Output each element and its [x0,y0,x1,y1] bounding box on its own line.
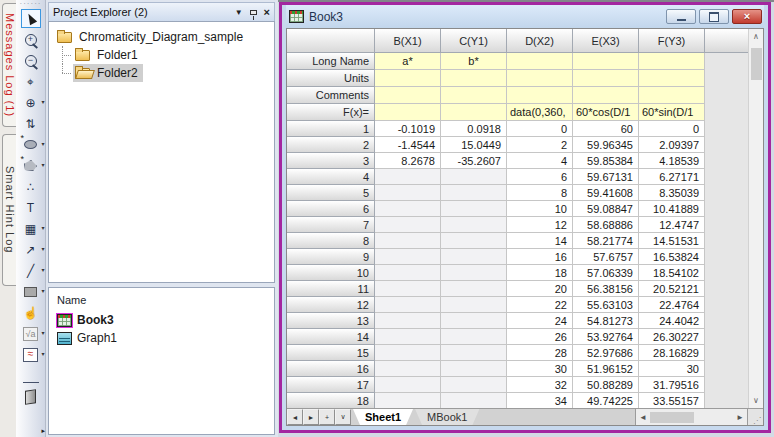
zoom-out-tool[interactable] [17,50,45,71]
data-cell[interactable] [441,217,507,233]
data-cell[interactable]: 18.54102 [639,265,705,281]
data-cell[interactable] [375,297,441,313]
data-cell[interactable]: 28 [507,345,573,361]
data-cell[interactable]: 2 [507,137,573,153]
row-number[interactable]: 1 [287,121,375,137]
data-cell[interactable] [375,169,441,185]
data-cell[interactable] [441,169,507,185]
book3-titlebar[interactable]: Book3 × [286,5,764,28]
data-cell[interactable]: 0 [639,121,705,137]
data-cell[interactable]: 26.30227 [639,329,705,345]
data-cell[interactable] [375,249,441,265]
header-cell[interactable] [375,104,441,121]
data-cell[interactable] [375,281,441,297]
row-label[interactable]: F(x)= [287,104,375,121]
dropdown-arrow-icon[interactable]: ▾ [41,224,44,231]
scroll-up-icon[interactable]: ∧ [749,29,764,44]
data-cell[interactable]: -1.4544 [375,137,441,153]
sheet-tab-mbook1[interactable]: MBook1 [415,409,479,425]
data-cell[interactable]: 60 [573,121,639,137]
data-cell[interactable] [375,313,441,329]
header-cell[interactable] [639,87,705,104]
header-cell[interactable] [573,53,639,70]
tree-item-folder2[interactable]: Folder2 [55,64,272,82]
dropdown-arrow-icon[interactable]: ▾ [41,161,44,168]
row-label[interactable]: Long Name [287,53,375,70]
data-cell[interactable]: 28.16829 [639,345,705,361]
restore-button[interactable] [699,9,729,24]
pointer-tool[interactable] [17,8,45,29]
data-cell[interactable]: 4 [507,153,573,169]
header-cell[interactable] [441,104,507,121]
row-number[interactable]: 3 [287,153,375,169]
data-cell[interactable]: 4.18539 [639,153,705,169]
arrow-tool[interactable]: ↗▾ [17,239,45,260]
data-cell[interactable]: 58.21774 [573,233,639,249]
data-cell[interactable]: 58.68886 [573,217,639,233]
row-number[interactable]: 8 [287,233,375,249]
data-cell[interactable]: 59.08847 [573,201,639,217]
row-number[interactable]: 13 [287,313,375,329]
header-cell[interactable] [507,87,573,104]
data-cell[interactable]: 16 [507,249,573,265]
name-column-header[interactable]: Name [57,294,272,306]
sheet-tab-sheet1[interactable]: Sheet1 [353,409,413,425]
data-cell[interactable]: 49.74225 [573,393,639,408]
mask-region-tool[interactable]: ▾ [17,155,45,176]
data-cell[interactable]: 8 [507,185,573,201]
data-cell[interactable] [375,329,441,345]
row-number[interactable]: 15 [287,345,375,361]
dropdown-arrow-icon[interactable]: ▾ [41,140,44,147]
data-cell[interactable] [375,345,441,361]
data-cell[interactable]: 57.06339 [573,265,639,281]
tab-smart-hint-log[interactable]: Smart Hint Log [2,134,16,286]
minimize-button[interactable] [666,9,696,24]
draw-data-tool[interactable]: ∴ [17,176,45,197]
data-cell[interactable]: 16.53824 [639,249,705,265]
rectangle-tool[interactable]: ▾ [17,281,45,302]
header-cell[interactable]: 60*sin(D/1 [639,104,705,121]
header-cell[interactable] [639,53,705,70]
data-cell[interactable]: 59.85384 [573,153,639,169]
header-cell[interactable] [573,70,639,87]
data-cell[interactable]: 8.35039 [639,185,705,201]
data-cell[interactable]: 54.81273 [573,313,639,329]
data-cell[interactable]: 2.09397 [639,137,705,153]
mask-ellipse-tool[interactable]: ▾ [17,134,45,155]
data-cell[interactable]: 51.96152 [573,361,639,377]
dropdown-arrow-icon[interactable]: ▾ [41,245,44,252]
dropdown-arrow-icon[interactable]: ▾ [41,350,44,357]
data-cell[interactable]: 18 [507,265,573,281]
data-cell[interactable] [441,393,507,408]
toolbar-overflow-icon[interactable]: ▸ [41,427,45,435]
pan-tool[interactable]: ☝ [17,302,45,323]
header-cell[interactable] [507,53,573,70]
exit-tool[interactable] [17,386,45,407]
data-cell[interactable] [375,233,441,249]
data-cell[interactable]: 8.2678 [375,153,441,169]
horizontal-scrollbar[interactable]: ◄ ► [635,409,747,425]
row-number[interactable]: 10 [287,265,375,281]
data-cell[interactable]: 30 [639,361,705,377]
panel-menu-dropdown-icon[interactable]: ▼ [235,8,243,17]
tab-scroll-right-button[interactable]: ► [303,409,319,425]
dropdown-arrow-icon[interactable]: ▾ [41,266,44,273]
dropdown-arrow-icon[interactable]: ▾ [41,287,44,294]
annotation-tool[interactable]: ▦▾ [17,218,45,239]
column-header-b-x1-[interactable]: B(X1) [375,29,441,53]
data-cell[interactable]: 52.97686 [573,345,639,361]
header-cell[interactable] [441,87,507,104]
data-cell[interactable] [441,329,507,345]
tree-item-chromaticity-diagram-sample[interactable]: Chromaticity_Diagram_sample [55,28,272,46]
list-item-book3[interactable]: Book3 [57,311,272,329]
data-cell[interactable] [441,377,507,393]
line-tool[interactable]: ╱▾ [17,260,45,281]
row-number[interactable]: 2 [287,137,375,153]
row-number[interactable]: 4 [287,169,375,185]
dropdown-arrow-icon[interactable]: ▾ [41,98,44,105]
data-cell[interactable] [375,217,441,233]
data-cell[interactable]: 6.27171 [639,169,705,185]
zoom-in-tool[interactable] [17,29,45,50]
row-number[interactable]: 6 [287,201,375,217]
data-cell[interactable]: 53.92764 [573,329,639,345]
